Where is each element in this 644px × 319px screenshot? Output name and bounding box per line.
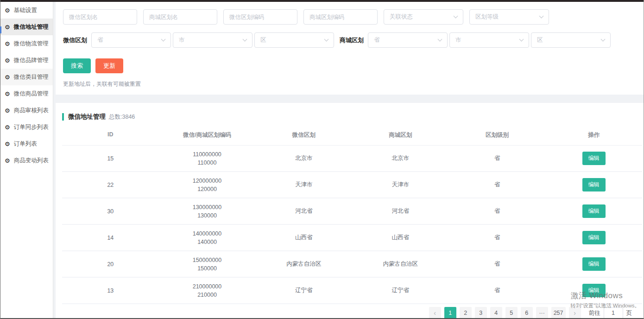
filter-text-input[interactable] [63, 9, 137, 25]
sidebar-item-label: 微信品牌管理 [14, 57, 49, 64]
gear-icon: ⚙ [5, 24, 10, 30]
cell-level: 省 [449, 154, 546, 162]
gear-icon: ⚙ [5, 74, 10, 80]
cell-id: 30 [62, 208, 159, 215]
sidebar-item-label: 订单列表 [14, 140, 37, 148]
pagination-page[interactable]: 3 [475, 307, 487, 319]
edit-button[interactable]: 编辑 [582, 257, 606, 271]
table-row: 30130000000130000河北省河北省省编辑 [62, 198, 642, 225]
table-header-row: ID微信/商城区划编码微信区划商城区划区划级别操作 [62, 126, 642, 146]
chevron-down-icon [519, 37, 524, 42]
sidebar-item-label: 商品审核列表 [14, 107, 49, 115]
cell-codes: 110000000110000 [159, 150, 256, 167]
code-line: 210000 [159, 291, 256, 299]
filter-text-input[interactable] [303, 9, 378, 25]
chevron-down-icon [539, 14, 544, 19]
cell-actions: 编辑 [545, 178, 642, 191]
code-line: 130000 [159, 211, 256, 220]
sidebar-item[interactable]: ⚙订单列表 [0, 135, 53, 152]
select-value: 区 [260, 36, 266, 44]
pagination-next-icon[interactable]: › [569, 307, 581, 319]
cell-id: 22 [62, 182, 159, 188]
table-column-header: ID [62, 126, 159, 145]
select-value: 关联状态 [390, 13, 413, 21]
sidebar-item[interactable]: ⚙微信品牌管理 [0, 52, 53, 69]
code-line: 120000 [159, 185, 256, 193]
pagination-page[interactable]: 4 [490, 307, 502, 319]
cell-mall-region: 天津市 [352, 181, 449, 189]
total-count: 总数:3846 [109, 113, 135, 121]
sidebar-item[interactable]: ⚙商品变动列表 [0, 152, 53, 169]
region-select[interactable]: 省 [368, 32, 448, 48]
cell-actions: 编辑 [545, 204, 642, 218]
pagination-page[interactable]: 257 [551, 307, 566, 319]
search-button[interactable]: 搜索 [63, 58, 91, 73]
chevron-down-icon [438, 37, 442, 42]
code-line: 110000 [159, 159, 256, 167]
region-select[interactable]: 市 [173, 32, 253, 48]
sidebar-item[interactable]: ⚙微信类目管理 [0, 69, 53, 85]
table-column-header: 微信/商城区划编码 [159, 126, 256, 145]
code-line: 150000 [159, 264, 256, 273]
filter-select[interactable]: 区划等级 [469, 9, 549, 25]
cell-level: 省 [449, 234, 546, 242]
filter-panel: 关联状态区划等级 微信区划省市区商城区划省市区 搜索 更新 更新地址后，关联有可… [56, 2, 644, 95]
window-left-border [0, 0, 0, 319]
cell-level: 省 [449, 260, 546, 268]
panel-gap [56, 95, 644, 103]
region-select[interactable]: 区 [531, 32, 611, 48]
page-jump-input[interactable] [604, 307, 623, 319]
cell-level: 省 [449, 181, 546, 189]
chevron-down-icon [243, 37, 247, 42]
pagination-page[interactable]: 5 [505, 307, 518, 319]
sidebar-item[interactable]: ⚙微信物流管理 [0, 35, 53, 52]
pagination-ellipsis[interactable]: ··· [536, 307, 548, 319]
filter-select[interactable]: 关联状态 [384, 9, 463, 25]
edit-button[interactable]: 编辑 [582, 178, 606, 191]
table-row: 15110000000110000北京市北京市省编辑 [62, 146, 642, 172]
select-value: 市 [455, 36, 461, 44]
pagination-page[interactable]: 6 [521, 307, 533, 319]
edit-button[interactable]: 编辑 [582, 204, 606, 218]
gear-icon: ⚙ [5, 7, 10, 13]
sidebar-item[interactable]: ⚙微信商品管理 [0, 85, 53, 102]
cell-actions: 编辑 [545, 284, 642, 297]
filter-text-input[interactable] [223, 9, 297, 25]
pagination-page[interactable]: 2 [460, 307, 472, 319]
region-select[interactable]: 省 [91, 32, 171, 48]
region-select[interactable]: 市 [449, 32, 529, 48]
select-value: 省 [374, 36, 380, 44]
cell-actions: 编辑 [545, 152, 642, 165]
update-button[interactable]: 更新 [95, 58, 123, 73]
sidebar-item[interactable]: ⚙订单同步列表 [0, 119, 53, 135]
main-content: 关联状态区划等级 微信区划省市区商城区划省市区 搜索 更新 更新地址后，关联有可… [53, 2, 644, 319]
edit-button[interactable]: 编辑 [582, 231, 606, 244]
gear-icon: ⚙ [5, 124, 10, 130]
cell-actions: 编辑 [545, 257, 642, 271]
code-line: 150000000 [159, 256, 256, 264]
chevron-down-icon [601, 37, 606, 42]
pagination-pages: 123456···257 [444, 307, 566, 319]
sidebar: ⚙基础设置⚙微信地址管理⚙微信物流管理⚙微信品牌管理⚙微信类目管理⚙微信商品管理… [0, 2, 53, 319]
cell-wechat-region: 辽宁省 [255, 287, 352, 294]
filter-text-input[interactable] [143, 9, 217, 25]
edit-button[interactable]: 编辑 [582, 152, 606, 165]
filter-row-top: 关联状态区划等级 [63, 9, 638, 25]
sidebar-item-label: 微信类目管理 [14, 73, 49, 81]
filter-row-region: 微信区划省市区商城区划省市区 [63, 32, 638, 48]
pagination-prev-icon[interactable]: ‹ [429, 307, 441, 319]
cell-codes: 140000000140000 [159, 230, 256, 246]
table-column-header: 商城区划 [352, 126, 449, 145]
sidebar-item[interactable]: ⚙微信地址管理 [0, 19, 53, 35]
gear-icon: ⚙ [5, 141, 10, 147]
sidebar-item-label: 订单同步列表 [14, 123, 49, 131]
cell-codes: 130000000130000 [159, 203, 256, 220]
sidebar-item[interactable]: ⚙商品审核列表 [0, 102, 53, 119]
edit-button[interactable]: 编辑 [582, 284, 606, 297]
table-column-header: 微信区划 [255, 126, 352, 145]
sidebar-item[interactable]: ⚙基础设置 [0, 2, 53, 19]
region-select[interactable]: 区 [254, 32, 334, 48]
sidebar-menu: ⚙基础设置⚙微信地址管理⚙微信物流管理⚙微信品牌管理⚙微信类目管理⚙微信商品管理… [0, 2, 53, 169]
pagination-jump: 前往 页 [589, 307, 632, 319]
pagination-page[interactable]: 1 [444, 307, 456, 319]
